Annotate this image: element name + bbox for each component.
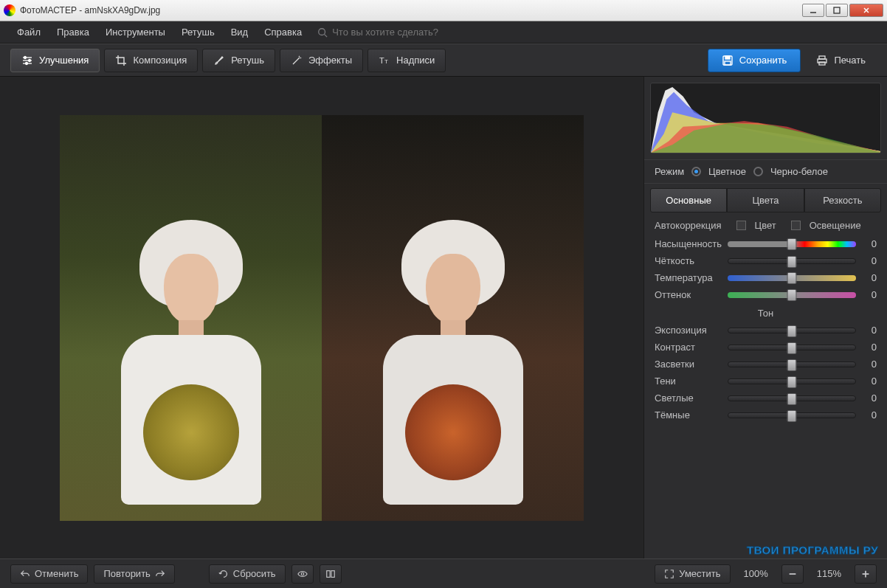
svg-rect-15 [725,56,730,59]
auto-row: Автокоррекция Цвет Освещение [655,220,877,231]
tab-basic[interactable]: Основные [650,188,727,212]
svg-point-10 [29,59,31,61]
save-label: Сохранить [739,55,787,66]
histogram[interactable] [650,83,881,153]
menu-edit[interactable]: Правка [50,24,96,40]
auto-color-checkbox[interactable] [736,221,746,230]
photo-after [322,115,584,521]
svg-rect-16 [725,61,731,65]
saturation-slider[interactable] [728,241,856,247]
redo-button[interactable]: Повторить [94,564,174,584]
clarity-slider[interactable] [728,258,856,264]
tool-effects[interactable]: Эффекты [280,49,363,72]
window-minimize-button[interactable] [802,4,824,17]
tool-enhance[interactable]: Улучшения [10,49,100,72]
mode-bw-label[interactable]: Черно-белое [770,166,828,177]
svg-rect-1 [834,7,840,13]
tab-colors[interactable]: Цвета [727,188,804,212]
reset-button[interactable]: Сбросить [209,564,286,584]
zoom-base: 100% [736,568,776,579]
tool-captions-label: Надписи [396,55,435,66]
svg-rect-22 [331,570,334,577]
preview-toggle-button[interactable] [291,564,314,584]
blacks-slider[interactable] [728,412,856,418]
tone-header: Тон [655,308,877,319]
temperature-slider[interactable] [728,275,856,281]
auto-light-label[interactable]: Освещение [810,220,861,231]
tool-retouch[interactable]: Ретушь [202,49,275,72]
search-input[interactable] [332,27,494,38]
svg-point-11 [26,62,28,64]
fit-button[interactable]: Уместить [655,564,730,584]
temperature-label: Температура [655,272,720,283]
shadows-value: 0 [863,376,877,387]
canvas-area[interactable] [0,77,643,558]
blacks-value: 0 [863,409,877,421]
print-label: Печать [834,55,866,66]
menu-bar: Файл Правка Инструменты Ретушь Вид Справ… [0,21,887,44]
tab-sharpness[interactable]: Резкость [804,188,881,212]
zoom-out-button[interactable] [781,564,804,584]
panel-body: Автокоррекция Цвет Освещение Насыщенност… [644,212,887,539]
contrast-slider[interactable] [728,345,856,350]
exposure-slider[interactable] [728,328,856,333]
plus-icon [860,569,871,579]
redo-icon [155,569,165,579]
saturation-value: 0 [863,238,877,249]
svg-point-9 [24,56,27,58]
photo-before [60,115,322,521]
save-button[interactable]: Сохранить [708,49,801,72]
auto-light-checkbox[interactable] [791,221,801,230]
menu-file[interactable]: Файл [10,24,47,40]
shadows-slider[interactable] [728,378,856,384]
highlights-label: Засветки [655,359,720,370]
mode-color-label[interactable]: Цветное [708,166,746,177]
window-title: ФотоМАСТЕР - amNskXA9gDw.jpg [20,5,802,15]
menu-help[interactable]: Справка [258,24,308,40]
mode-label: Режим [655,166,684,177]
temperature-value: 0 [863,272,877,283]
highlights-slider[interactable] [728,362,856,367]
auto-color-label[interactable]: Цвет [755,220,776,231]
exposure-label: Экспозиция [655,325,720,336]
app-icon [4,4,15,16]
print-icon [816,55,828,66]
compare-toggle-button[interactable] [320,564,342,584]
tool-composition[interactable]: Композиция [104,49,198,72]
main-toolbar: Улучшения Композиция Ретушь Эффекты TT Н… [0,44,887,77]
menu-tools[interactable]: Инструменты [99,24,172,40]
svg-line-5 [325,34,328,37]
zoom-in-button[interactable] [855,564,877,584]
eye-icon [297,569,308,579]
window-maximize-button[interactable] [826,4,848,17]
fit-icon [664,569,674,579]
zoom-current[interactable]: 115% [810,568,849,579]
crop-icon [115,55,127,66]
mode-bw-radio[interactable] [753,167,763,176]
tool-retouch-label: Ретушь [231,55,264,66]
svg-text:T: T [379,56,384,65]
undo-icon [20,569,30,579]
whites-label: Светлые [655,392,720,404]
print-button[interactable]: Печать [805,49,877,72]
text-icon: TT [379,55,390,66]
whites-slider[interactable] [728,395,856,401]
tint-value: 0 [863,289,877,300]
search-wrap [317,27,494,38]
menu-view[interactable]: Вид [224,24,255,40]
undo-button[interactable]: Отменить [10,564,88,584]
tint-slider[interactable] [728,292,856,298]
window-close-button[interactable] [849,4,883,17]
tool-captions[interactable]: TT Надписи [367,49,446,72]
mode-color-radio[interactable] [691,167,701,176]
auto-label: Автокоррекция [655,220,722,231]
window-titlebar: ФотоМАСТЕР - amNskXA9gDw.jpg [0,0,887,21]
menu-retouch[interactable]: Ретушь [175,24,221,40]
search-icon [317,27,328,38]
redo-label: Повторить [103,568,150,579]
svg-rect-21 [326,570,329,577]
watermark: ТВОИ ПРОГРАММЫ РУ [644,539,887,558]
highlights-value: 0 [863,359,877,370]
contrast-label: Контраст [655,342,720,353]
svg-point-20 [301,573,304,575]
